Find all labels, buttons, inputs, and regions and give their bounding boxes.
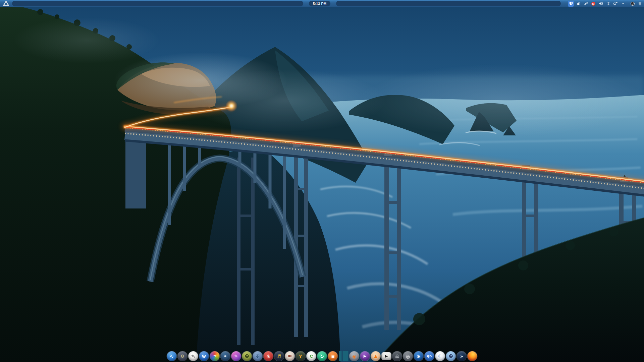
blue-creature-glyph: ☾ (438, 354, 442, 358)
photo-pinwheel-glyph: ✿ (213, 355, 216, 358)
cocktail-app-glyph: Y (299, 354, 302, 359)
paint-studio-glyph: ✎ (234, 354, 238, 358)
green-e-app-glyph: e (310, 354, 313, 359)
media-play-button-glyph: ▶ (385, 354, 388, 358)
steam-glyph: ◉ (417, 354, 420, 358)
distro-logo[interactable] (2, 0, 10, 7)
unlocked-padlock-icon[interactable] (576, 1, 581, 6)
toolbox-utility-glyph: ⚙ (180, 354, 184, 358)
dock: ∿⚙✎w✿✒✎☻✠✳♬≈Ye↻▣◉▶▲▶☠◎◉qb☾☻» (167, 351, 477, 361)
top-panel: 5:13 PM M (0, 0, 644, 7)
ink-pen-design-glyph: ✒ (224, 354, 227, 358)
qbittorrent-icon[interactable]: qb (425, 351, 434, 361)
sync-updater-icon[interactable]: ↻ (317, 351, 327, 361)
wallpaper (0, 0, 644, 362)
system-tray: M (568, 0, 643, 7)
bluetooth-icon[interactable] (605, 1, 611, 6)
cocktail-app-icon[interactable]: Y (296, 351, 306, 361)
pen-text-editor-icon[interactable]: ✎ (189, 351, 198, 361)
discord-glyph: ☻ (448, 354, 453, 358)
media-play-button-icon[interactable]: ▶ (382, 352, 391, 360)
audio-wave-daw-glyph: ≈ (288, 354, 292, 359)
bitwarden-shield-icon[interactable] (568, 1, 574, 7)
taskbar-area-left (12, 1, 303, 6)
taskbar-area-right (336, 1, 561, 6)
toolbox-utility-icon[interactable]: ⚙ (178, 351, 187, 361)
skull-app-glyph: ☠ (395, 354, 399, 359)
qbittorrent-glyph: qb (427, 355, 432, 358)
clock[interactable]: 5:13 PM (309, 1, 330, 6)
volume-icon[interactable] (598, 1, 603, 6)
word-processor-icon[interactable]: w (199, 351, 209, 361)
music-headphones-icon[interactable]: ♬ (274, 351, 284, 361)
compass-navigator-icon[interactable]: ✠ (253, 351, 263, 361)
skull-app-icon[interactable]: ☠ (392, 351, 402, 361)
purple-video-player-icon[interactable]: ▶ (360, 351, 370, 361)
trash-icon[interactable] (637, 1, 643, 6)
camera-capture-glyph: ▣ (331, 354, 335, 358)
shutter-tool-icon[interactable]: ◉ (350, 351, 359, 361)
ring-a-app-glyph: ◎ (406, 354, 410, 359)
purple-video-player-glyph: ▶ (364, 354, 366, 358)
paint-studio-icon[interactable]: ✎ (231, 351, 241, 361)
desktop[interactable]: 5:13 PM M ∿⚙✎w✿✒✎☻✠✳♬≈Ye↻▣◉▶▲▶☠◎◉qb☾☻» (0, 0, 644, 362)
music-headphones-glyph: ♬ (277, 354, 281, 358)
steam-icon[interactable]: ◉ (414, 351, 424, 361)
sync-updater-glyph: ↻ (320, 354, 324, 359)
vlc-player-icon[interactable]: ▲ (371, 351, 381, 361)
ink-pen-design-icon[interactable]: ✒ (221, 351, 230, 361)
firefox-icon[interactable] (468, 351, 477, 361)
photo-pinwheel-icon[interactable]: ✿ (210, 351, 220, 361)
pen-text-editor-glyph: ✎ (191, 354, 195, 359)
triangle-logo-icon (3, 0, 9, 7)
mail-notifier-icon[interactable]: M (591, 1, 596, 6)
wallpaper-art (0, 0, 644, 362)
green-e-app-icon[interactable]: e (307, 351, 316, 361)
teal-panels-icon[interactable] (339, 351, 348, 361)
shutter-tool-glyph: ◉ (352, 354, 356, 359)
lutris-gamehub-icon[interactable]: » (457, 351, 467, 361)
ring-a-app-icon[interactable]: ◎ (403, 351, 413, 361)
red-starburst-glyph: ✳ (266, 354, 270, 359)
svg-text:M: M (592, 2, 595, 5)
camera-capture-icon[interactable]: ▣ (328, 351, 338, 361)
compass-navigator-glyph: ✠ (256, 354, 260, 359)
green-mascot-editor-glyph: ☻ (245, 354, 249, 358)
file-manager-dolphin-glyph: ∿ (170, 354, 174, 359)
blue-creature-icon[interactable]: ☾ (435, 351, 445, 361)
discord-icon[interactable]: ☻ (446, 351, 456, 361)
red-starburst-icon[interactable]: ✳ (264, 351, 273, 361)
audio-wave-daw-icon[interactable]: ≈ (285, 351, 295, 361)
network-icon[interactable] (613, 1, 618, 6)
color-palette-icon[interactable] (630, 1, 635, 6)
tray-expander-icon[interactable] (620, 1, 626, 6)
vlc-player-glyph: ▲ (374, 354, 377, 358)
file-manager-dolphin-icon[interactable]: ∿ (167, 351, 177, 361)
lutris-gamehub-glyph: » (460, 354, 463, 359)
green-mascot-editor-icon[interactable]: ☻ (242, 351, 252, 361)
calligraphy-quill-icon[interactable] (583, 1, 589, 6)
word-processor-glyph: w (202, 354, 206, 358)
